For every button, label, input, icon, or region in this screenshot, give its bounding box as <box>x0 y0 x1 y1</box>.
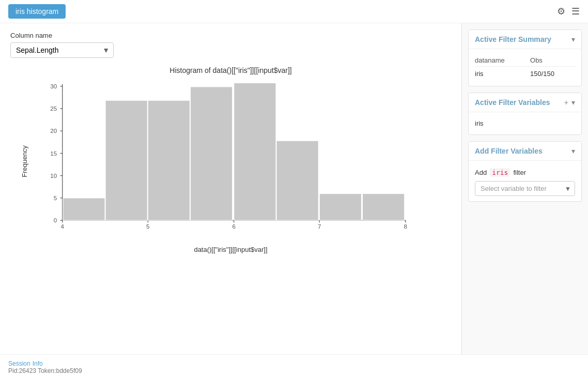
svg-text:5: 5 <box>53 195 56 201</box>
active-filter-summary-icons: ▾ <box>571 35 575 43</box>
col-obs: Obs <box>530 54 575 67</box>
iris-code-badge: iris <box>490 168 510 177</box>
svg-text:30: 30 <box>50 83 57 89</box>
svg-text:5: 5 <box>146 223 149 230</box>
pid-token: Pid:26423 Token:bdde5f09 <box>8 367 580 374</box>
svg-rect-33 <box>362 193 404 220</box>
active-filter-variables-title: Active Filter Variables <box>475 98 550 107</box>
active-filter-summary-card: Active Filter Summary ▾ dataname Obs <box>468 29 582 86</box>
column-name-label: Column name <box>10 32 451 39</box>
app-title-button[interactable]: iris histogram <box>8 4 66 19</box>
active-filter-variables-header: Active Filter Variables + ▾ <box>469 93 581 112</box>
svg-text:8: 8 <box>404 223 407 230</box>
chart-title: Histogram of data()[["iris"]][[input$var… <box>24 66 438 74</box>
svg-rect-29 <box>190 87 232 220</box>
svg-text:20: 20 <box>50 128 57 134</box>
active-filter-variables-card: Active Filter Variables + ▾ iris <box>468 93 582 135</box>
chart-panel: Column name Sepal.Length Sepal.Width Pet… <box>0 23 461 354</box>
active-filter-variables-icons: + ▾ <box>564 98 575 107</box>
variable-select-wrapper: Select variable to filter ▼ <box>475 181 575 196</box>
svg-rect-32 <box>319 193 361 220</box>
active-filter-variables-body: iris <box>469 112 581 134</box>
svg-text:0: 0 <box>53 217 56 223</box>
y-axis-label: Frequency <box>21 145 28 177</box>
row-obs: 150/150 <box>530 67 575 81</box>
plus-icon[interactable]: + <box>564 98 568 107</box>
column-dropdown-wrapper: Sepal.Length Sepal.Width Petal.Length Pe… <box>10 42 114 58</box>
svg-text:15: 15 <box>50 151 57 157</box>
add-filter-variables-title: Add Filter Variables <box>475 147 543 155</box>
add-label: Add <box>475 169 487 176</box>
add-filter-row: Add iris filter <box>475 166 575 181</box>
filter-summary-table: dataname Obs iris 150/150 <box>475 54 575 81</box>
active-filter-summary-body: dataname Obs iris 150/150 <box>469 49 581 86</box>
active-filter-summary-header: Active Filter Summary ▾ <box>469 30 581 49</box>
svg-rect-28 <box>148 100 190 220</box>
svg-text:25: 25 <box>50 106 57 112</box>
add-filter-variables-card: Add Filter Variables ▾ Add iris filter S… <box>468 141 582 202</box>
svg-text:7: 7 <box>318 223 321 230</box>
chevron-down-icon-3[interactable]: ▾ <box>571 147 575 155</box>
svg-rect-30 <box>234 83 275 220</box>
chart-container: Histogram of data()[["iris"]][[input$var… <box>24 66 438 253</box>
svg-text:6: 6 <box>232 223 235 230</box>
add-filter-variables-header: Add Filter Variables ▾ <box>469 142 581 161</box>
add-filter-variables-body: Add iris filter Select variable to filte… <box>469 161 581 201</box>
variable-select[interactable]: Select variable to filter <box>475 181 575 196</box>
footer: Session Info Pid:26423 Token:bdde5f09 <box>0 354 588 385</box>
filter-variable-iris: iris <box>475 117 575 129</box>
chevron-down-icon[interactable]: ▾ <box>571 35 575 43</box>
svg-text:4: 4 <box>60 223 64 230</box>
col-dataname: dataname <box>475 54 530 67</box>
right-panel: Active Filter Summary ▾ dataname Obs <box>461 23 588 354</box>
column-dropdown[interactable]: Sepal.Length Sepal.Width Petal.Length Pe… <box>10 42 114 58</box>
session-info-row: Session Info <box>8 360 580 367</box>
row-dataname: iris <box>475 67 530 81</box>
menu-icon[interactable]: ☰ <box>571 6 580 17</box>
header-icons: ⚙ ☰ <box>557 6 580 17</box>
main-layout: Column name Sepal.Length Sepal.Width Pet… <box>0 23 588 354</box>
histogram-svg: 0 5 10 15 20 25 <box>24 79 427 242</box>
active-filter-summary-title: Active Filter Summary <box>475 35 551 43</box>
info-link[interactable]: Info <box>33 360 43 367</box>
chevron-down-icon-2[interactable]: ▾ <box>571 98 575 107</box>
histogram-wrapper: Frequency 0 5 10 <box>24 79 427 244</box>
svg-rect-27 <box>105 100 147 220</box>
svg-text:10: 10 <box>50 173 57 179</box>
svg-rect-26 <box>63 198 104 220</box>
session-link[interactable]: Session <box>8 360 30 367</box>
table-row: iris 150/150 <box>475 67 575 81</box>
x-axis-label: data()[["iris"]][[input$var]] <box>24 246 438 253</box>
filter-label: filter <box>513 169 526 176</box>
app-header: iris histogram ⚙ ☰ <box>0 0 588 23</box>
svg-rect-31 <box>276 141 318 220</box>
gear-icon[interactable]: ⚙ <box>557 6 565 17</box>
add-filter-variables-icons: ▾ <box>571 147 575 155</box>
